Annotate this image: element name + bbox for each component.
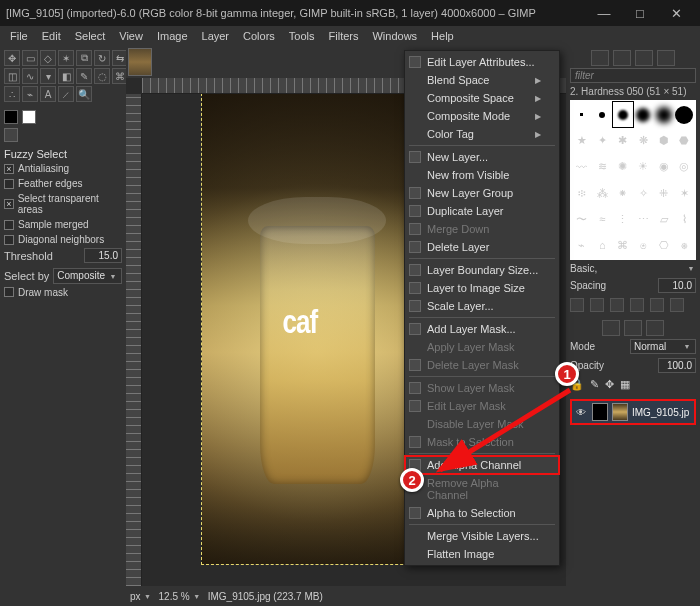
menu-image[interactable]: Image: [151, 28, 194, 44]
ctx-layer-boundary[interactable]: Layer Boundary Size...: [405, 261, 559, 279]
drawmask-label: Draw mask: [18, 287, 68, 298]
tool-pencil-icon[interactable]: ✎: [76, 68, 92, 84]
opt-feather[interactable]: Feather edges: [4, 177, 122, 190]
tool-eraser-icon[interactable]: ◌: [94, 68, 110, 84]
preset-row[interactable]: Basic,▼: [570, 262, 696, 275]
blend-mode-row: Mode Normal▼: [570, 338, 696, 355]
mode-select[interactable]: Normal▼: [630, 339, 696, 354]
annotation-marker-2: 2: [400, 468, 424, 492]
tool-text-icon[interactable]: A: [40, 86, 56, 102]
image-tab[interactable]: [128, 48, 152, 76]
tool-warp-icon[interactable]: ∿: [22, 68, 38, 84]
ctx-layer-image-size[interactable]: Layer to Image Size: [405, 279, 559, 297]
brush-del-icon[interactable]: [630, 298, 644, 312]
ctx-new-from-visible[interactable]: New from Visible: [405, 166, 559, 184]
tool-crop-icon[interactable]: ⧉: [76, 50, 92, 66]
selectby-label: Select by: [4, 270, 49, 282]
brush-open-icon[interactable]: [670, 298, 684, 312]
statusbar: px▼ 12.5 %▼ IMG_9105.jpg (223.7 MB): [126, 586, 566, 606]
opt-sample-merged[interactable]: Sample merged: [4, 218, 122, 231]
menu-help[interactable]: Help: [425, 28, 460, 44]
minimize-button[interactable]: —: [586, 0, 622, 26]
lock-alpha-icon[interactable]: ▦: [620, 378, 630, 391]
brush-dup-icon[interactable]: [610, 298, 624, 312]
close-button[interactable]: ✕: [658, 0, 694, 26]
menu-windows[interactable]: Windows: [366, 28, 423, 44]
lock-position-icon[interactable]: ✥: [605, 378, 614, 391]
tool-transform-icon[interactable]: ◫: [4, 68, 20, 84]
dock-tab-patterns-icon[interactable]: [613, 50, 631, 66]
opt-transparent[interactable]: Select transparent areas: [4, 192, 122, 216]
tool-gradient-icon[interactable]: ◧: [58, 68, 74, 84]
lock-pixels-icon[interactable]: ✎: [590, 378, 599, 391]
spacing-value[interactable]: 10.0: [658, 278, 696, 293]
paths-tab-icon[interactable]: [646, 320, 664, 336]
ctx-composite-mode[interactable]: Composite Mode▶: [405, 107, 559, 125]
fit-icon: [409, 282, 421, 294]
tool-smudge-icon[interactable]: ∴: [4, 86, 20, 102]
fg-color-swatch[interactable]: [4, 110, 18, 124]
maximize-button[interactable]: □: [622, 0, 658, 26]
brush-filter-input[interactable]: filter: [570, 68, 696, 83]
opacity-value[interactable]: 100.0: [658, 358, 696, 373]
menu-filters[interactable]: Filters: [323, 28, 365, 44]
menu-file[interactable]: File: [4, 28, 34, 44]
menu-view[interactable]: View: [113, 28, 149, 44]
tool-rect-select-icon[interactable]: ▭: [22, 50, 38, 66]
tool-zoom-icon[interactable]: 🔍: [76, 86, 92, 102]
ctx-merge-visible[interactable]: Merge Visible Layers...: [405, 527, 559, 545]
brush-refresh-icon[interactable]: [650, 298, 664, 312]
selectby-value[interactable]: Composite ▼: [53, 268, 122, 284]
tool-rotate-icon[interactable]: ↻: [94, 50, 110, 66]
brush-grid[interactable]: ★✦✱❋⬢⬣ 〰≋✺☀◉◎ ፨⁂⁕✧⁜✶ 〜≈⋮⋯⏥⌇ ⌁⌂⌘⍟⎔⎈: [570, 100, 696, 260]
scale-icon: [409, 300, 421, 312]
opt-antialias[interactable]: Antialiasing: [4, 162, 122, 175]
tool-fuzzy-select-icon[interactable]: ✶: [58, 50, 74, 66]
layers-tab-icon[interactable]: [602, 320, 620, 336]
tool-free-select-icon[interactable]: ◇: [40, 50, 56, 66]
dock-tab-history-icon[interactable]: [657, 50, 675, 66]
brush-edit-icon[interactable]: [570, 298, 584, 312]
menu-tools[interactable]: Tools: [283, 28, 321, 44]
unit-label[interactable]: px: [130, 591, 141, 602]
opt-antialias-label: Antialiasing: [18, 163, 69, 174]
brush-new-icon[interactable]: [590, 298, 604, 312]
tool-measure-icon[interactable]: ⟋: [58, 86, 74, 102]
opt-draw-mask[interactable]: Draw mask: [4, 286, 122, 299]
layer-name[interactable]: IMG_9105.jp: [632, 407, 689, 418]
ctx-delete-layer[interactable]: Delete Layer: [405, 238, 559, 256]
dock-tab-fonts-icon[interactable]: [635, 50, 653, 66]
layer-thumb[interactable]: [612, 403, 628, 421]
menu-select[interactable]: Select: [69, 28, 112, 44]
tool-bucket-icon[interactable]: ▾: [40, 68, 56, 84]
main-menubar: File Edit Select View Image Layer Colors…: [0, 26, 700, 46]
ctx-scale-layer[interactable]: Scale Layer...: [405, 297, 559, 315]
channels-tab-icon[interactable]: [624, 320, 642, 336]
zoom-level[interactable]: 12.5 %: [159, 591, 190, 602]
ctx-new-layer-group[interactable]: New Layer Group: [405, 184, 559, 202]
threshold-value[interactable]: 15.0: [84, 248, 122, 263]
mask-add-icon: [409, 323, 421, 335]
dock-tabs: [570, 50, 696, 66]
ctx-add-layer-mask[interactable]: Add Layer Mask...: [405, 320, 559, 338]
ctx-edit-layer-attrs[interactable]: Edit Layer Attributes...: [405, 53, 559, 71]
boundary-icon: [409, 264, 421, 276]
ctx-duplicate-layer[interactable]: Duplicate Layer: [405, 202, 559, 220]
toolbox: ✥ ▭ ◇ ✶ ⧉ ↻ ⇆ ◫ ∿ ▾ ◧ ✎ ◌ ⌘ ∴ ⌁ A ⟋ 🔍: [4, 50, 122, 102]
menu-layer[interactable]: Layer: [196, 28, 236, 44]
tool-move-icon[interactable]: ✥: [4, 50, 20, 66]
ctx-new-layer[interactable]: New Layer...: [405, 148, 559, 166]
cup-text: caf: [283, 301, 318, 341]
menu-colors[interactable]: Colors: [237, 28, 281, 44]
tool-path-icon[interactable]: ⌁: [22, 86, 38, 102]
layer-mask-thumb[interactable]: [592, 403, 608, 421]
ctx-flatten-image[interactable]: Flatten Image: [405, 545, 559, 563]
opt-diagonal[interactable]: Diagonal neighbors: [4, 233, 122, 246]
ctx-color-tag[interactable]: Color Tag▶: [405, 125, 559, 143]
ctx-alpha-to-selection[interactable]: Alpha to Selection: [405, 504, 559, 522]
dock-tab-brushes-icon[interactable]: [591, 50, 609, 66]
menu-edit[interactable]: Edit: [36, 28, 67, 44]
ctx-blend-space[interactable]: Blend Space▶: [405, 71, 559, 89]
bg-color-swatch[interactable]: [22, 110, 36, 124]
ctx-composite-space[interactable]: Composite Space▶: [405, 89, 559, 107]
